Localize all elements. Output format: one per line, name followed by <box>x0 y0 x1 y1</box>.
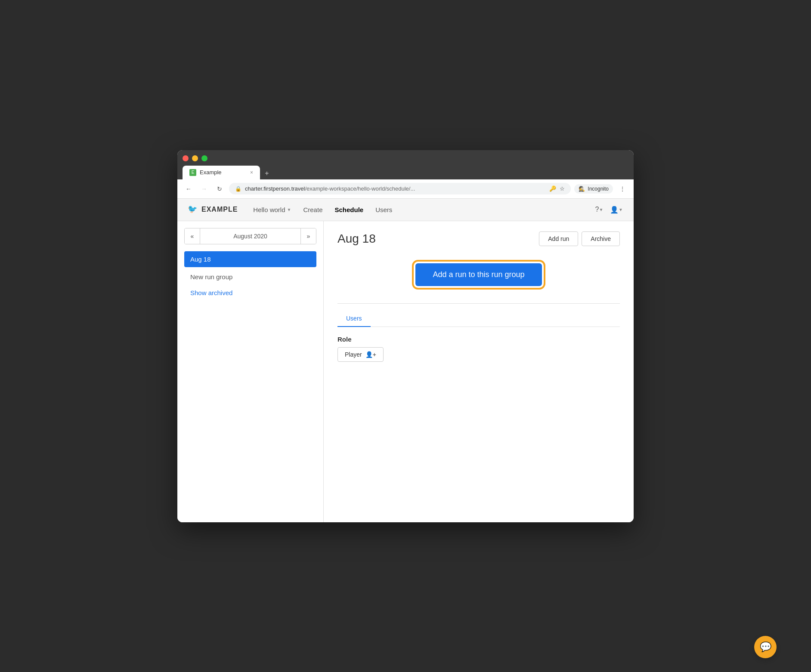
header-buttons: Add run Archive <box>539 231 620 246</box>
add-run-to-group-button[interactable]: Add a run to this run group <box>415 263 542 286</box>
prev-month-button[interactable]: « <box>185 228 200 244</box>
url-bar[interactable]: 🔒 charter.firstperson.travel/example-wor… <box>229 183 571 194</box>
nav-create-label: Create <box>303 206 322 213</box>
incognito-icon: 🕵️ <box>579 186 585 192</box>
fullscreen-traffic-light[interactable] <box>201 155 207 161</box>
minimize-traffic-light[interactable] <box>192 155 198 161</box>
role-label: Role <box>337 336 620 343</box>
url-path: /example-workspace/hello-world/schedule/… <box>305 185 415 192</box>
show-archived-link[interactable]: Show archived <box>184 285 316 301</box>
add-run-button[interactable]: Add run <box>539 231 578 246</box>
nav-users-label: Users <box>375 206 392 213</box>
main-area: Aug 18 Add run Archive Add a run to this… <box>324 221 634 522</box>
tab-bar: E Example × + <box>183 166 628 179</box>
chat-icon: 💬 <box>760 641 771 653</box>
chat-widget[interactable]: 💬 <box>754 636 777 658</box>
tab-close-button[interactable]: × <box>250 170 253 176</box>
tab-users[interactable]: Users <box>337 311 371 327</box>
workspace-name: Hello world <box>253 206 285 213</box>
help-button[interactable]: ? ▼ <box>592 203 606 216</box>
traffic-lights <box>183 155 628 161</box>
nav-links: Hello world ▼ Create Schedule Users <box>248 203 582 216</box>
app-logo: 🐦 EXAMPLE <box>188 204 238 215</box>
nav-schedule[interactable]: Schedule <box>329 203 368 216</box>
run-group-item[interactable]: New run group <box>184 269 316 285</box>
url-text: charter.firstperson.travel/example-works… <box>245 185 546 192</box>
archive-button[interactable]: Archive <box>582 231 620 246</box>
back-button[interactable]: ← <box>183 183 195 195</box>
next-month-button[interactable]: » <box>300 228 316 244</box>
reload-button[interactable]: ↻ <box>214 183 226 195</box>
help-chevron-icon: ▼ <box>599 207 604 212</box>
incognito-label: Incognito <box>588 186 609 192</box>
browser-chrome: E Example × + <box>177 150 634 179</box>
player-label: Player <box>345 351 362 358</box>
page-header: Aug 18 Add run Archive <box>337 231 620 246</box>
nav-workspace[interactable]: Hello world ▼ <box>248 203 296 216</box>
nav-right: ? ▼ 👤 ▼ <box>592 203 623 216</box>
incognito-badge: 🕵️ Incognito <box>574 184 613 194</box>
nav-create[interactable]: Create <box>298 203 328 216</box>
app-content: 🐦 EXAMPLE Hello world ▼ Create Schedule … <box>177 199 634 522</box>
address-bar: ← → ↻ 🔒 charter.firstperson.travel/examp… <box>177 179 634 199</box>
add-run-group-container: Add a run to this run group <box>337 263 620 286</box>
tab-list: Users <box>337 311 620 327</box>
user-icon: 👤 <box>610 206 619 214</box>
new-tab-button[interactable]: + <box>261 167 273 179</box>
date-item-aug18[interactable]: Aug 18 <box>184 251 316 267</box>
forward-button[interactable]: → <box>198 183 210 195</box>
tabs-section: Users Role Player 👤+ <box>337 303 620 362</box>
sidebar: « August 2020 » Aug 18 New run group Sho… <box>177 221 324 522</box>
star-icon[interactable]: ☆ <box>560 185 565 192</box>
app-nav: 🐦 EXAMPLE Hello world ▼ Create Schedule … <box>177 199 634 221</box>
role-section: Role Player 👤+ <box>337 336 620 362</box>
main-layout: « August 2020 » Aug 18 New run group Sho… <box>177 221 634 522</box>
logo-icon: 🐦 <box>188 204 198 215</box>
close-traffic-light[interactable] <box>183 155 189 161</box>
player-button[interactable]: Player 👤+ <box>337 347 384 362</box>
add-user-icon: 👤+ <box>365 351 376 358</box>
nav-schedule-label: Schedule <box>334 206 363 213</box>
logo-text: EXAMPLE <box>201 206 238 213</box>
browser-window: E Example × + ← → ↻ 🔒 charter.firstperso… <box>177 150 634 522</box>
tab-favicon: E <box>189 169 196 176</box>
lock-icon: 🔒 <box>235 186 241 192</box>
browser-tab[interactable]: E Example × <box>183 166 260 179</box>
page-title: Aug 18 <box>337 232 376 246</box>
menu-button[interactable]: ⋮ <box>616 183 628 195</box>
tab-title: Example <box>200 169 222 176</box>
user-button[interactable]: 👤 ▼ <box>610 203 623 216</box>
month-display: August 2020 <box>200 229 300 243</box>
user-chevron-icon: ▼ <box>619 207 623 212</box>
month-nav: « August 2020 » <box>184 228 316 244</box>
key-icon: 🔑 <box>549 185 556 192</box>
help-icon: ? <box>595 206 599 213</box>
workspace-chevron-icon: ▼ <box>287 207 291 212</box>
url-domain: charter.firstperson.travel <box>245 185 305 192</box>
nav-users[interactable]: Users <box>370 203 397 216</box>
